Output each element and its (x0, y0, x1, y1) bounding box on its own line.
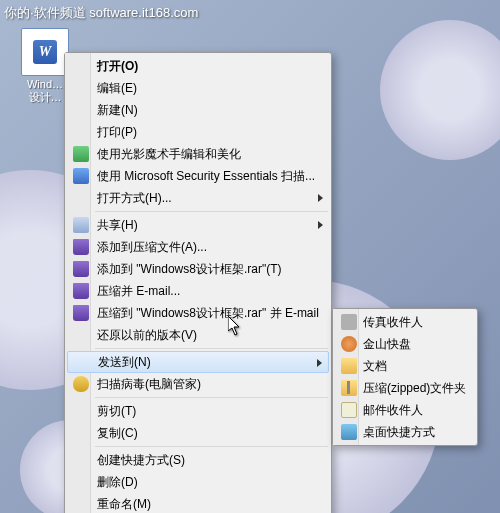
menu-add-archive[interactable]: 添加到压缩文件(A)... (67, 236, 329, 258)
menu-add-archive-named[interactable]: 添加到 "Windows8设计框架.rar"(T) (67, 258, 329, 280)
submenu-arrow-icon (317, 359, 322, 367)
menu-compress-email[interactable]: 压缩并 E-mail... (67, 280, 329, 302)
menu-send-to[interactable]: 发送到(N) (67, 351, 329, 373)
menu-compress-named-email[interactable]: 压缩到 "Windows8设计框架.rar" 并 E-mail (67, 302, 329, 324)
submenu-desktop-shortcut[interactable]: 桌面快捷方式 (335, 421, 475, 443)
submenu-arrow-icon (318, 194, 323, 202)
menu-edit[interactable]: 编辑(E) (67, 77, 329, 99)
winrar-icon (72, 282, 90, 300)
mail-icon (340, 401, 358, 419)
kingsoft-icon (340, 335, 358, 353)
menu-neoimaging[interactable]: 使用光影魔术手编辑和美化 (67, 143, 329, 165)
menu-open[interactable]: 打开(O) (67, 55, 329, 77)
mouse-cursor (228, 316, 242, 336)
documents-folder-icon (340, 357, 358, 375)
submenu-mail[interactable]: 邮件收件人 (335, 399, 475, 421)
neoimaging-icon (72, 145, 90, 163)
menu-restore-versions[interactable]: 还原以前的版本(V) (67, 324, 329, 346)
mse-icon (72, 167, 90, 185)
submenu-kingsoft-drive[interactable]: 金山快盘 (335, 333, 475, 355)
submenu-zipped-folder[interactable]: 压缩(zipped)文件夹 (335, 377, 475, 399)
menu-rename[interactable]: 重命名(M) (67, 493, 329, 513)
menu-cut[interactable]: 剪切(T) (67, 400, 329, 422)
winrar-icon (72, 260, 90, 278)
menu-scan-virus[interactable]: 扫描病毒(电脑管家) (67, 373, 329, 395)
separator (95, 211, 328, 212)
share-icon (72, 216, 90, 234)
winrar-icon (72, 238, 90, 256)
qqpcmgr-icon (72, 375, 90, 393)
menu-new[interactable]: 新建(N) (67, 99, 329, 121)
fax-icon (340, 313, 358, 331)
menu-share[interactable]: 共享(H) (67, 214, 329, 236)
submenu-fax[interactable]: 传真收件人 (335, 311, 475, 333)
separator (95, 348, 328, 349)
winrar-icon (72, 304, 90, 322)
submenu-arrow-icon (318, 221, 323, 229)
send-to-submenu: 传真收件人 金山快盘 文档 压缩(zipped)文件夹 邮件收件人 桌面快捷方式 (332, 308, 478, 446)
desktop-shortcut-icon (340, 423, 358, 441)
separator (95, 397, 328, 398)
menu-mse-scan[interactable]: 使用 Microsoft Security Essentials 扫描... (67, 165, 329, 187)
menu-create-shortcut[interactable]: 创建快捷方式(S) (67, 449, 329, 471)
context-menu: 打开(O) 编辑(E) 新建(N) 打印(P) 使用光影魔术手编辑和美化 使用 … (64, 52, 332, 513)
menu-delete[interactable]: 删除(D) (67, 471, 329, 493)
separator (95, 446, 328, 447)
watermark-text: 你的·软件频道 software.it168.com (4, 4, 198, 22)
menu-copy[interactable]: 复制(C) (67, 422, 329, 444)
submenu-documents[interactable]: 文档 (335, 355, 475, 377)
menu-open-with[interactable]: 打开方式(H)... (67, 187, 329, 209)
menu-print[interactable]: 打印(P) (67, 121, 329, 143)
zip-folder-icon (340, 379, 358, 397)
word-doc-icon: W (21, 28, 69, 76)
